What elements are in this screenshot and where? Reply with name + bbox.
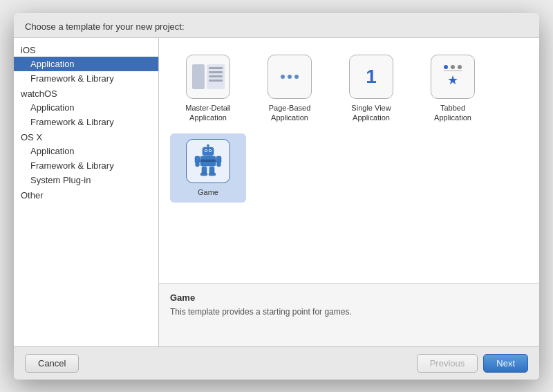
description-title: Game <box>170 292 528 303</box>
page-based-label: Page-BasedApplication <box>269 103 311 123</box>
page-based-icon <box>268 55 312 99</box>
sidebar-item-ios-framework[interactable]: Framework & Library <box>14 71 158 86</box>
sidebar-item-osx-application[interactable]: Application <box>14 144 158 158</box>
dialog-body: iOS Application Framework & Library watc… <box>14 38 539 346</box>
template-grid: Master-DetailApplication Page-BasedAppli… <box>159 38 539 284</box>
master-detail-label: Master-DetailApplication <box>185 103 230 123</box>
header-title: Choose a template for your new project: <box>25 21 185 32</box>
previous-button[interactable]: Previous <box>417 354 478 373</box>
svg-point-3 <box>205 150 207 151</box>
dialog-footer: Cancel Previous Next <box>14 346 539 380</box>
template-master-detail[interactable]: Master-DetailApplication <box>170 49 246 129</box>
svg-point-6 <box>207 144 209 147</box>
single-view-label: Single ViewApplication <box>351 103 391 123</box>
description-text: This template provides a starting point … <box>170 306 528 318</box>
template-game[interactable]: Game <box>170 133 246 203</box>
footer-right-buttons: Previous Next <box>417 354 528 373</box>
game-icon <box>186 139 230 183</box>
sidebar-section-osx: OS X <box>14 129 158 144</box>
svg-point-4 <box>209 150 211 151</box>
single-view-icon: 1 <box>349 55 393 99</box>
game-icon-svg <box>191 144 225 178</box>
next-button[interactable]: Next <box>483 354 528 373</box>
cancel-button[interactable]: Cancel <box>25 354 79 373</box>
svg-rect-16 <box>209 173 216 176</box>
tabbed-icon: ★ <box>431 55 475 99</box>
sidebar-item-watchos-framework[interactable]: Framework & Library <box>14 115 158 129</box>
svg-point-12 <box>217 162 221 167</box>
single-view-number: 1 <box>366 66 377 88</box>
template-page-based[interactable]: Page-BasedApplication <box>252 49 328 129</box>
dialog-header: Choose a template for your new project: <box>14 13 539 38</box>
svg-point-11 <box>196 162 200 167</box>
sidebar: iOS Application Framework & Library watc… <box>14 38 159 346</box>
description-panel: Game This template provides a starting p… <box>159 284 539 346</box>
game-label: Game <box>198 187 218 197</box>
sidebar-section-ios: iOS <box>14 42 158 57</box>
svg-rect-0 <box>203 147 214 156</box>
template-tabbed[interactable]: ★ TabbedApplication <box>415 49 491 129</box>
svg-rect-10 <box>216 156 221 163</box>
sidebar-item-ios-application[interactable]: Application <box>14 57 158 71</box>
master-detail-icon <box>186 55 230 99</box>
sidebar-item-watchos-application[interactable]: Application <box>14 100 158 115</box>
svg-rect-8 <box>200 160 216 162</box>
sidebar-section-watchos: watchOS <box>14 86 158 100</box>
sidebar-item-osx-framework[interactable]: Framework & Library <box>14 158 158 173</box>
tabbed-label: TabbedApplication <box>434 103 471 123</box>
new-project-dialog: Choose a template for your new project: … <box>14 13 539 380</box>
template-single-view[interactable]: 1 Single ViewApplication <box>333 49 409 129</box>
sidebar-section-other: Other <box>14 187 158 202</box>
main-content: Master-DetailApplication Page-BasedAppli… <box>159 38 539 346</box>
svg-rect-9 <box>195 156 200 163</box>
svg-rect-15 <box>200 173 207 176</box>
sidebar-item-osx-plugin[interactable]: System Plug-in <box>14 173 158 187</box>
